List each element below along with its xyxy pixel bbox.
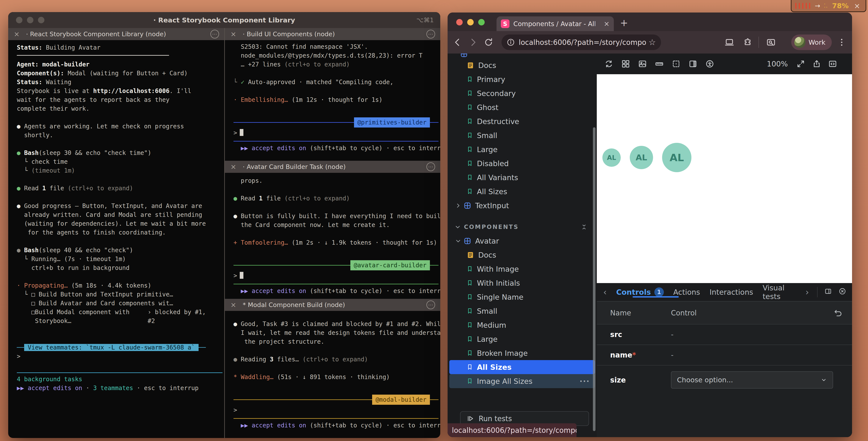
sidebar-scrollbar[interactable]	[593, 127, 595, 431]
browser-menu-icon[interactable]	[837, 37, 846, 47]
run-tests-label: Run tests	[478, 414, 512, 423]
sidebar-item-large[interactable]: Large	[449, 332, 595, 346]
arg-value: -	[671, 330, 674, 339]
zoom-window-button[interactable]	[478, 19, 485, 26]
layout-icon[interactable]	[689, 60, 697, 68]
tab-actions[interactable]: Actions	[673, 288, 700, 296]
sidebar-gap	[447, 212, 597, 220]
sidebar-item-label: Avatar	[475, 237, 499, 245]
minimize-window-button[interactable]	[467, 19, 474, 26]
sidebar-item-small[interactable]: Small	[449, 128, 595, 142]
profile-chip[interactable]: Work	[791, 34, 832, 50]
terminal-line	[234, 247, 438, 256]
share-icon[interactable]	[812, 60, 821, 68]
tabs-scroll-left-icon[interactable]: ‹	[603, 287, 607, 297]
sidebar-item-broken-image[interactable]: Broken Image	[449, 346, 595, 360]
terminal-prompt[interactable]: >	[234, 271, 438, 281]
sidebar-item-label: Docs	[478, 61, 496, 70]
close-panel-icon[interactable]	[839, 288, 846, 297]
browser-tab[interactable]: S Components / Avatar - All Siz ×	[497, 17, 614, 31]
back-button[interactable]	[453, 37, 462, 47]
background-icon[interactable]	[638, 60, 647, 68]
extensions-icon[interactable]	[743, 37, 752, 47]
sidebar-item-small[interactable]: Small	[449, 304, 595, 318]
code-icon[interactable]	[828, 60, 837, 68]
pane-title: · Avatar Card Builder Task (node)	[243, 163, 346, 171]
pane-menu-icon[interactable]: ···	[427, 30, 435, 38]
sidebar-item-avatar[interactable]: Avatar	[449, 234, 595, 248]
sidebar-item-all-sizes[interactable]: All Sizes	[449, 184, 595, 199]
terminal-prompt[interactable]: >	[17, 352, 222, 361]
tab-visual-tests[interactable]: Visual tests	[763, 284, 797, 301]
sidebar-section-header[interactable]: COMPONENTS	[449, 220, 595, 234]
close-window-button[interactable]	[456, 19, 463, 26]
terminal-line: shortly.	[17, 131, 222, 140]
reset-controls-icon[interactable]	[834, 308, 842, 317]
laptop-icon[interactable]	[725, 37, 734, 47]
terminal-line: Component(s): Modal (waiting for Button …	[17, 69, 222, 78]
sidebar-item-single-name[interactable]: Single Name	[449, 290, 595, 304]
sidebar-item-textinput[interactable]: TextInput	[449, 199, 595, 212]
browser-traffic-lights[interactable]	[456, 19, 485, 26]
forward-button[interactable]	[468, 37, 478, 47]
tab-close-icon[interactable]: ×	[604, 20, 610, 28]
sidebar-item-label: Ghost	[477, 103, 498, 112]
grid-icon[interactable]	[621, 60, 630, 68]
terminal-prompt[interactable]: >	[234, 406, 438, 415]
tab-controls[interactable]: Controls 1	[616, 287, 664, 297]
tab-search-icon[interactable]	[766, 37, 776, 47]
pane-close-icon[interactable]: ×	[230, 31, 236, 37]
sidebar-item-large[interactable]: Large	[449, 142, 595, 156]
terminal-line: □Build Modal component with › blocked by…	[17, 308, 222, 317]
sidebar-item-docs[interactable]: Docs	[449, 58, 595, 72]
terminal-prompt[interactable]: >	[234, 128, 438, 138]
sidebar-item-docs[interactable]: Docs	[449, 248, 595, 262]
accessibility-icon[interactable]	[706, 60, 714, 68]
tab-interactions[interactable]: Interactions	[710, 288, 753, 296]
panel-divider	[817, 287, 817, 297]
sidebar-item-image-all-sizes[interactable]: Image All Sizes···	[449, 374, 595, 388]
sidebar-item-label: Image All Sizes	[477, 377, 532, 386]
pane-close-icon[interactable]: ×	[230, 163, 236, 170]
sidebar-item-all-variants[interactable]: All Variants	[449, 171, 595, 184]
sidebar-item-destructive[interactable]: Destructive	[449, 114, 595, 128]
sidebar-item-with-initials[interactable]: With Initials	[449, 276, 595, 290]
control-row-src: src -	[597, 324, 852, 345]
bookmark-icon	[467, 363, 473, 371]
sidebar-item-disabled[interactable]: Disabled	[449, 156, 595, 171]
panel-position-icon[interactable]	[825, 288, 832, 297]
terminal-line: Status: Waiting	[17, 78, 222, 87]
sidebar-item-ghost[interactable]: Ghost	[449, 100, 595, 114]
collapse-icon[interactable]	[580, 223, 588, 231]
pane-menu-icon[interactable]: ···	[427, 300, 435, 309]
bookmark-icon	[467, 279, 473, 287]
outline-icon[interactable]	[672, 60, 680, 68]
terminal-titlebar: · React Storybook Component Library ⌥⌘1	[8, 12, 440, 28]
size-select[interactable]: Choose option...	[671, 371, 833, 388]
url-text[interactable]: localhost:6006/?path=/story/components-a…	[519, 38, 646, 47]
sidebar-item-primary[interactable]: Primary	[449, 72, 595, 86]
pane-close-icon[interactable]: ×	[14, 31, 20, 37]
terminal-rule	[234, 418, 438, 419]
remount-icon[interactable]	[604, 60, 613, 68]
sidebar-item-medium[interactable]: Medium	[449, 318, 595, 332]
sidebar-item-secondary[interactable]: Secondary	[449, 86, 595, 100]
address-bar[interactable]: localhost:6006/?path=/story/components-a…	[501, 34, 661, 50]
item-menu-icon[interactable]: ···	[580, 377, 590, 386]
recorder-close-button[interactable]: ×	[854, 2, 860, 9]
terminal-line: ● Bash(sleep 30 && echo "check time")	[17, 148, 222, 157]
pane-close-icon[interactable]: ×	[230, 301, 236, 308]
site-info-icon[interactable]	[507, 38, 515, 47]
tabs-scroll-right-icon[interactable]: ›	[805, 287, 809, 297]
sidebar-item-all-sizes[interactable]: All Sizes	[449, 360, 595, 374]
fullscreen-icon[interactable]	[797, 60, 805, 68]
sidebar-item-with-image[interactable]: With Image	[449, 262, 595, 276]
terminal-line: ● Bash(sleep 40 && echo "check")	[17, 246, 222, 255]
recorder-level-bar	[809, 3, 810, 9]
bookmark-star-icon[interactable]: ☆	[649, 37, 656, 47]
pane-menu-icon[interactable]: ···	[210, 30, 219, 38]
reload-button[interactable]	[484, 37, 493, 47]
new-tab-button[interactable]: +	[620, 18, 628, 28]
measure-icon[interactable]	[655, 60, 663, 68]
pane-menu-icon[interactable]: ···	[427, 163, 435, 171]
